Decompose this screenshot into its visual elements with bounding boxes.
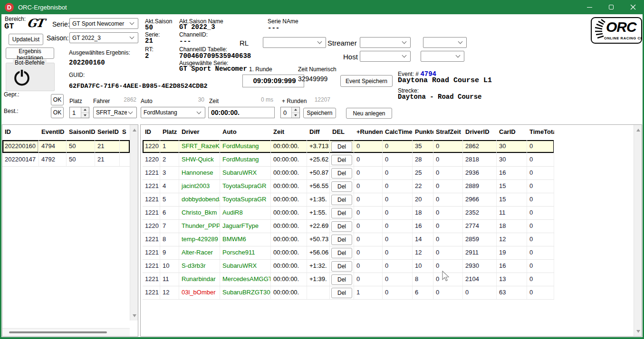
column-header[interactable]: Platz (160, 125, 179, 140)
result-row[interactable]: 122111RunarbindarMercedesAMGGT300:00:00.… (143, 273, 554, 286)
cell-straf: 0 (433, 153, 463, 166)
left-table-vscrollbar[interactable] (130, 125, 138, 320)
streamer-select-2[interactable] (423, 37, 467, 48)
cell-zeit: 00:00:00. (271, 220, 307, 233)
scroll-up-arrow[interactable] (130, 126, 138, 134)
del-cell: Del (330, 233, 354, 246)
event-row[interactable]: 20220014747925021 (2, 153, 130, 167)
power-icon[interactable] (13, 68, 31, 87)
column-header[interactable]: Punkte (413, 125, 433, 140)
spin-down-button[interactable] (81, 113, 89, 118)
maximize-button[interactable] (600, 0, 622, 14)
runden-stepper[interactable]: 0 (280, 107, 300, 118)
update-list-button[interactable]: UpdateList (9, 34, 43, 45)
gepr-ok-button[interactable]: OK (51, 94, 64, 105)
result-row[interactable]: 12213HannoneseSubaruWRX00:00:00.+50.87De… (143, 167, 554, 180)
event-row[interactable]: 20220016047945021 (2, 140, 130, 153)
fahrer-label: Fahrer (93, 98, 110, 104)
column-header[interactable]: CarID (497, 125, 527, 140)
best-ok-button[interactable]: OK (51, 107, 64, 118)
column-header[interactable]: Zeit (271, 125, 307, 140)
del-button[interactable]: Del (331, 155, 352, 165)
column-header[interactable]: SaisonID (67, 125, 95, 140)
ergebnis-bestaetigen-button[interactable]: Ergebnis bestätigen (6, 47, 54, 59)
speichern-button[interactable]: Speichern (303, 108, 336, 118)
del-button[interactable]: Del (331, 221, 352, 232)
close-button[interactable] (622, 0, 644, 14)
rl-select[interactable] (263, 37, 326, 48)
del-button[interactable]: Del (331, 168, 352, 179)
del-button[interactable]: Del (331, 248, 352, 258)
del-button[interactable]: Del (331, 235, 352, 245)
result-row[interactable]: 12207Thunder_PPPJaguarFType00:00:00.+22.… (143, 220, 554, 233)
column-header[interactable]: StrafZeit (433, 125, 463, 140)
host-select-2[interactable] (421, 51, 464, 62)
minimize-button[interactable] (578, 0, 600, 14)
column-header[interactable]: TimeTotal (527, 125, 554, 140)
column-header[interactable]: DEL (330, 125, 354, 140)
rl-label: RL (240, 39, 249, 47)
cell-calc: 0 (383, 233, 413, 246)
del-button[interactable]: Del (331, 141, 352, 152)
streamer-select-1[interactable] (360, 37, 411, 48)
result-row[interactable]: 12218temp-429289BMWM600:00:00.+50.73Del0… (143, 233, 554, 246)
result-row[interactable]: 12211203l_bOmberSubaruBRZGT30000:00:00.D… (143, 286, 554, 300)
column-header[interactable]: DriverID (463, 125, 497, 140)
result-row[interactable]: 12201SFRT_RazeKingFordMustang00:00:00.+3… (143, 140, 554, 153)
column-header[interactable]: EventID (39, 125, 67, 140)
runde-label: 1. Runde (249, 66, 272, 73)
cell-straf: 0 (433, 220, 463, 233)
serie-label: Serie: (52, 20, 70, 28)
del-button[interactable]: Del (331, 181, 352, 192)
rt-value: 2 (145, 52, 149, 60)
cell-driver: SHW-Quick (179, 153, 220, 166)
del-button[interactable]: Del (331, 208, 352, 218)
column-header[interactable]: CalcTime (383, 125, 413, 140)
del-button[interactable]: Del (331, 195, 352, 205)
del-button[interactable]: Del (331, 261, 352, 272)
column-header[interactable]: ID (143, 125, 160, 140)
result-row[interactable]: 12215dobbydobendanToyotaSupraGR00:00:00.… (143, 193, 554, 207)
cell-driver: jacint2003 (179, 180, 220, 193)
result-row[interactable]: 12214jacint2003ToyotaSupraGR00:00:00.+56… (143, 180, 554, 193)
cell: 21 (95, 140, 120, 153)
right-table-vscrollbar[interactable] (634, 125, 642, 336)
column-header[interactable]: Diff (307, 125, 330, 140)
triangle-up-icon (133, 129, 136, 132)
del-cell: Del (330, 246, 354, 259)
del-button[interactable]: Del (331, 274, 352, 285)
cell-runden: 0 (354, 153, 383, 166)
zeit-edit-field[interactable]: 00:00:00. (208, 107, 275, 118)
platz-stepper[interactable]: 1 (69, 107, 89, 118)
spin-up-button[interactable] (81, 107, 89, 113)
result-row[interactable]: 12202SHW-QuickFordMustang00:00:00.+25.62… (143, 153, 554, 167)
zeit-field[interactable]: 09:09:09:999 (242, 75, 304, 87)
fahrer-select[interactable]: SFRT_RazeKing (93, 107, 137, 118)
spin-down-button[interactable] (292, 113, 299, 118)
del-button[interactable]: Del (331, 288, 352, 298)
result-row[interactable]: 122110S-d3rb3rSubaruWRX00:00:00.+1:32.De… (143, 260, 554, 273)
cell-straf: 0 (433, 233, 463, 246)
scroll-down-arrow[interactable] (634, 327, 642, 335)
del-cell: Del (330, 220, 354, 233)
event-speichern-button[interactable]: Event Speichern (340, 75, 393, 87)
neu-anlegen-button[interactable]: Neu anlegen (346, 108, 392, 119)
left-table-hscrollbar[interactable] (2, 328, 130, 336)
saison-select[interactable]: GT 2022_3 (69, 32, 138, 43)
result-row[interactable]: 12216Christo_BkmAudiR800:00:00.+1:55.Del… (143, 207, 554, 220)
spin-up-button[interactable] (292, 107, 299, 113)
column-header[interactable]: Auto (220, 125, 271, 140)
column-header[interactable]: ID (2, 125, 39, 140)
ausgewaehltes-ergebnis-value: 202200160 (69, 59, 105, 66)
result-row[interactable]: 12219Alter-RacerPorsche91100:00:00.+56.0… (143, 246, 554, 260)
scroll-down-arrow[interactable] (130, 311, 138, 320)
column-header[interactable]: Driver (179, 125, 220, 140)
column-header[interactable]: SerieID (95, 125, 120, 140)
cell-driver: dobbydobendan (179, 193, 220, 206)
hscroll-thumb[interactable] (9, 331, 107, 333)
auto-select[interactable]: FordMustang (141, 107, 205, 118)
column-header[interactable]: +Runden (354, 125, 383, 140)
serie-select[interactable]: GT Sport Newcomer (69, 18, 138, 29)
host-select-1[interactable] (360, 51, 411, 62)
scroll-up-arrow[interactable] (634, 126, 642, 134)
